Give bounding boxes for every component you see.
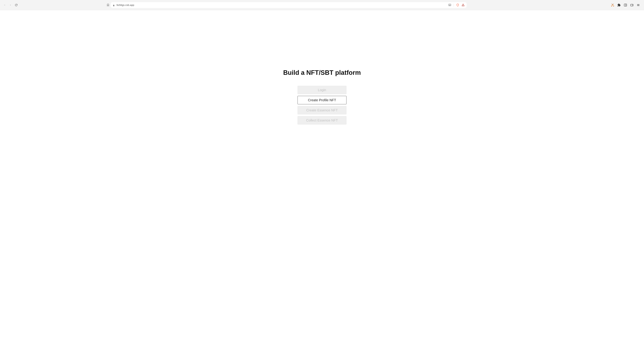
nav-controls [4,4,18,6]
login-button[interactable]: Login [298,86,346,94]
address-right-icons [448,3,464,6]
collect-essence-nft-button[interactable]: Collect Essence NFT [298,116,346,125]
create-profile-nft-button[interactable]: Create Profile NFT [298,96,346,104]
reload-button[interactable] [15,4,18,6]
create-profile-nft-label: Create Profile NFT [308,98,336,102]
browser-toolbar: 9s56gs.csb.app [0,0,644,10]
collect-essence-nft-label: Collect Essence NFT [306,119,338,122]
metamask-extension-icon[interactable] [611,3,614,7]
svg-marker-10 [612,5,612,6]
svg-marker-3 [462,4,464,6]
svg-rect-14 [624,4,627,6]
svg-marker-11 [613,5,613,6]
extensions-icon[interactable] [617,3,621,7]
brave-rewards-icon[interactable] [462,3,464,6]
address-bar-wrapper: 9s56gs.csb.app [107,2,467,8]
sidepanel-icon[interactable] [624,3,627,7]
url-text: 9s56gs.csb.app [116,3,446,6]
back-button[interactable] [4,4,6,6]
create-essence-nft-label: Create Essence NFT [306,108,338,112]
button-stack: Login Create Profile NFT Create Essence … [298,86,346,125]
menu-icon[interactable] [636,3,640,7]
wallet-icon[interactable] [630,3,634,7]
svg-marker-9 [612,4,613,5]
forward-button[interactable] [9,4,12,6]
bookmark-icon[interactable] [107,4,109,6]
lock-icon [113,4,115,6]
page-title: Build a NFT/SBT platform [283,69,361,76]
svg-rect-0 [113,5,114,6]
svg-marker-7 [611,5,612,6]
address-bar[interactable]: 9s56gs.csb.app [111,2,467,8]
page-content: Build a NFT/SBT platform Login Create Pr… [0,10,644,125]
install-app-icon[interactable] [448,3,451,6]
toolbar-right [611,3,640,7]
svg-marker-6 [613,5,614,6]
create-essence-nft-button[interactable]: Create Essence NFT [298,106,346,114]
brave-shield-icon[interactable] [456,3,459,6]
svg-marker-8 [612,4,612,5]
login-button-label: Login [318,88,326,92]
